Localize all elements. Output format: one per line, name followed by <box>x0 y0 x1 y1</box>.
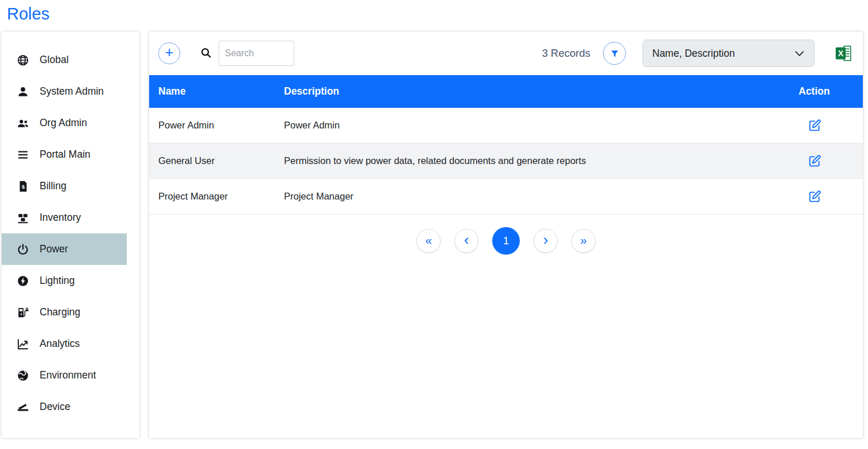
table-header-description: Description <box>284 85 799 97</box>
edit-icon <box>808 118 822 133</box>
globe-icon <box>16 53 30 67</box>
sidebar-item-label: Portal Main <box>40 149 91 161</box>
edit-role-button[interactable] <box>808 118 823 133</box>
table-row: Project Manager Project Manager <box>149 179 863 214</box>
analytics-icon <box>16 337 30 351</box>
roles-page: Roles Global System Admin Org Admin Port… <box>0 0 868 449</box>
sidebar-item-billing[interactable]: $ Billing <box>2 170 127 202</box>
edit-icon <box>808 189 822 204</box>
edit-icon <box>808 154 822 169</box>
pagination-page-1-button[interactable]: 1 <box>492 227 520 255</box>
charging-icon <box>16 306 30 319</box>
person-icon <box>16 85 30 99</box>
table-header-name: Name <box>149 85 284 97</box>
pagination-first-button[interactable]: « <box>417 229 441 253</box>
sidebar-item-label: Environment <box>40 369 96 381</box>
pagination-next-button[interactable]: › <box>534 229 558 253</box>
sidebar-item-portal-main[interactable]: Portal Main <box>2 139 127 170</box>
lightning-icon <box>16 274 30 288</box>
pagination-prev-button[interactable]: ‹ <box>454 229 478 253</box>
billing-icon: $ <box>16 179 30 193</box>
main-panel: + 3 Records Name, Description X <box>149 32 863 438</box>
edit-role-button[interactable] <box>808 189 823 204</box>
export-excel-button[interactable]: X <box>834 44 853 63</box>
records-count: 3 Records <box>542 47 590 60</box>
layout: Global System Admin Org Admin Portal Mai… <box>0 32 868 438</box>
role-name-cell: General User <box>149 155 284 166</box>
power-icon <box>16 243 30 256</box>
role-description-cell: Project Manager <box>284 191 799 202</box>
sidebar-item-system-admin[interactable]: System Admin <box>2 76 127 107</box>
search-icon <box>200 47 213 60</box>
role-description-cell: Permission to view power data, related d… <box>284 155 799 166</box>
pagination-last-button[interactable]: » <box>571 229 595 253</box>
sidebar-item-global[interactable]: Global <box>2 44 127 76</box>
device-icon <box>16 400 30 414</box>
add-role-button[interactable]: + <box>158 42 180 64</box>
funnel-icon <box>610 49 620 58</box>
toolbar: + 3 Records Name, Description X <box>149 40 863 67</box>
role-name-cell: Power Admin <box>149 120 284 131</box>
sidebar-item-label: Billing <box>40 180 67 192</box>
table-header-action: Action <box>799 85 863 97</box>
sidebar-item-inventory[interactable]: Inventory <box>2 202 127 233</box>
sidebar-item-label: Charging <box>40 306 80 318</box>
sidebar-item-device[interactable]: Device <box>2 391 127 423</box>
people-icon <box>16 116 30 130</box>
roles-table: Name Description Action Power Admin Powe… <box>149 75 863 214</box>
columns-dropdown-value: Name, Description <box>652 48 735 60</box>
sidebar-item-label: Device <box>40 401 71 413</box>
sidebar-item-label: Global <box>40 54 69 66</box>
columns-dropdown[interactable]: Name, Description <box>643 40 815 67</box>
sidebar-item-label: System Admin <box>40 85 104 97</box>
filter-button[interactable] <box>603 42 626 65</box>
chevron-down-icon <box>794 48 805 59</box>
sidebar-item-lighting[interactable]: Lighting <box>2 265 127 296</box>
svg-text:$: $ <box>22 184 25 190</box>
excel-icon: X <box>834 44 853 63</box>
edit-role-button[interactable] <box>808 154 823 169</box>
sidebar-item-label: Lighting <box>40 275 75 287</box>
table-row: Power Admin Power Admin <box>149 108 863 143</box>
sidebar-item-label: Analytics <box>40 338 80 350</box>
table-row: General User Permission to view power da… <box>149 143 863 179</box>
environment-icon <box>16 369 30 382</box>
menu-icon <box>16 148 30 162</box>
sidebar-item-analytics[interactable]: Analytics <box>2 328 127 360</box>
sidebar-nav: Global System Admin Org Admin Portal Mai… <box>2 32 139 438</box>
sidebar-item-label: Power <box>40 243 68 255</box>
pagination: « ‹ 1 › » <box>149 227 863 255</box>
page-title: Roles <box>0 0 868 32</box>
sidebar-item-org-admin[interactable]: Org Admin <box>2 107 127 139</box>
inventory-icon <box>16 211 30 225</box>
role-description-cell: Power Admin <box>284 120 799 131</box>
sidebar-item-power[interactable]: Power <box>2 233 127 265</box>
sidebar-item-charging[interactable]: Charging <box>2 296 127 328</box>
search-group <box>200 41 294 66</box>
sidebar-item-environment[interactable]: Environment <box>2 360 127 391</box>
search-input[interactable] <box>219 41 294 66</box>
sidebar-item-label: Org Admin <box>40 117 87 129</box>
sidebar-item-label: Inventory <box>40 212 81 224</box>
svg-text:X: X <box>838 49 844 58</box>
table-header-row: Name Description Action <box>149 75 863 108</box>
table-body: Power Admin Power Admin General User Per… <box>149 108 863 214</box>
role-name-cell: Project Manager <box>149 191 284 202</box>
